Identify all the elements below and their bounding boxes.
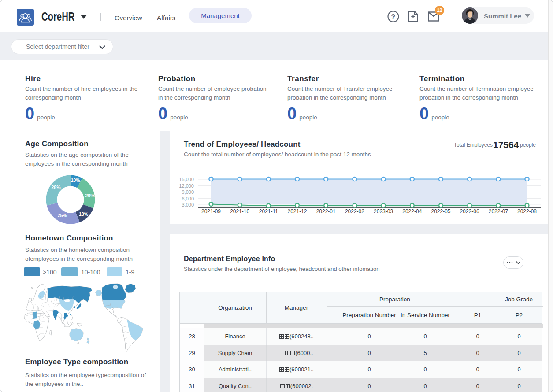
svg-text:12,000: 12,000 <box>179 183 194 189</box>
svg-text:2022-08: 2022-08 <box>517 208 537 214</box>
svg-text:3,000: 3,000 <box>182 202 194 207</box>
svg-text:10%: 10% <box>71 178 81 183</box>
svg-text:29%: 29% <box>85 193 95 198</box>
svg-text:2021-10: 2021-10 <box>230 208 249 214</box>
svg-text:28%: 28% <box>51 185 61 190</box>
svg-text:2022-05: 2022-05 <box>431 208 450 214</box>
svg-text:2021-12: 2021-12 <box>287 208 307 214</box>
svg-text:15,000: 15,000 <box>179 177 194 182</box>
svg-text:2021-11: 2021-11 <box>259 208 278 214</box>
svg-text:?: ? <box>391 13 396 21</box>
svg-text:2022-07: 2022-07 <box>489 208 508 214</box>
svg-text:2022-04: 2022-04 <box>402 208 422 214</box>
svg-text:6,000: 6,000 <box>182 196 194 201</box>
svg-text:2022-06: 2022-06 <box>460 208 479 214</box>
svg-text:18%: 18% <box>79 211 89 217</box>
svg-text:2022-02: 2022-02 <box>345 208 364 214</box>
svg-text:25%: 25% <box>58 213 67 218</box>
svg-text:2022-01: 2022-01 <box>316 208 336 214</box>
svg-text:9,000: 9,000 <box>182 189 194 195</box>
svg-text:2021-09: 2021-09 <box>201 208 221 214</box>
svg-text:2023-03: 2023-03 <box>374 208 393 214</box>
